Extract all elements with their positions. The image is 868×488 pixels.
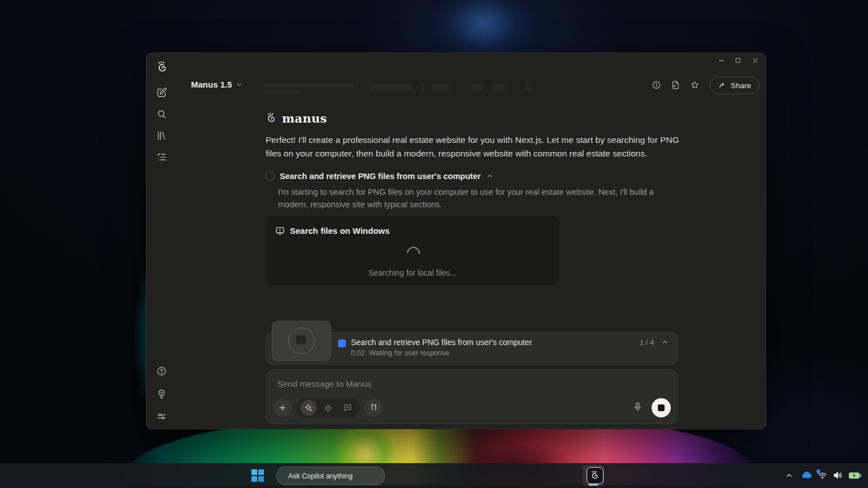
speaker-icon <box>832 470 843 481</box>
task-status-text: Waiting for user response <box>369 349 449 357</box>
knot-mode-button[interactable] <box>318 398 338 417</box>
task-elapsed-time: 0:02 <box>351 349 364 357</box>
agent-mode-button[interactable]: A <box>301 400 316 416</box>
library-icon <box>156 130 167 141</box>
tray-battery[interactable] <box>848 471 862 480</box>
copilot-search-input[interactable] <box>277 472 380 481</box>
checklist-icon <box>156 151 167 163</box>
computer-icon <box>275 226 285 236</box>
task-running-indicator <box>338 339 346 347</box>
sidebar-item-new-task[interactable] <box>156 87 167 98</box>
start-button[interactable] <box>251 469 264 482</box>
chat-mode-button[interactable] <box>338 398 358 417</box>
mode-selector-pill: A <box>297 398 360 417</box>
search-icon <box>156 108 167 120</box>
step-status-circle <box>265 171 275 181</box>
redacted-text <box>472 84 483 91</box>
windows-taskbar: M365 <box>0 463 868 488</box>
stop-button[interactable] <box>652 398 671 417</box>
window-controls <box>713 55 763 66</box>
taskbar-app-manus[interactable] <box>583 465 604 486</box>
manus-logo-icon <box>590 470 600 481</box>
composer[interactable]: A <box>266 369 678 424</box>
tray-hidden-icons-button[interactable] <box>785 471 793 480</box>
assistant-brand: manus <box>266 111 327 125</box>
manus-logo-icon <box>266 112 277 124</box>
windows-logo-icon <box>251 469 264 482</box>
divider <box>423 82 423 92</box>
microphone-icon <box>632 402 643 412</box>
model-selector[interactable]: Manus 1.5 <box>191 80 243 89</box>
agent-mode-icon: A <box>304 403 314 413</box>
share-button[interactable]: Share <box>710 77 760 94</box>
step-description: I'm starting to search for PNG files on … <box>278 186 674 211</box>
export-button[interactable] <box>671 80 680 90</box>
share-arrow-icon <box>718 81 727 90</box>
computer-preview-thumbnail[interactable] <box>272 321 331 361</box>
attach-button[interactable] <box>274 399 292 417</box>
audio-devices-button[interactable] <box>364 399 383 417</box>
sliders-icon <box>156 411 167 422</box>
sidebar-item-settings[interactable] <box>156 411 167 422</box>
info-button[interactable] <box>652 80 661 90</box>
share-label: Share <box>731 81 751 90</box>
voice-input-button[interactable] <box>632 402 643 412</box>
task-progress-counter: 1 / 4 <box>640 338 654 347</box>
star-icon <box>690 80 700 90</box>
compose-icon <box>156 87 167 98</box>
sidebar-item-tasks[interactable] <box>156 151 167 163</box>
model-selector-label: Manus 1.5 <box>191 80 232 89</box>
tool-card-header: Search files on Windows <box>275 226 390 236</box>
brand-name: manus <box>282 111 327 125</box>
help-icon <box>156 365 167 377</box>
sidebar-item-help[interactable] <box>156 365 167 377</box>
favorite-button[interactable] <box>690 80 700 90</box>
thumbnail-screen-glyph <box>296 335 306 344</box>
redacted-text <box>430 84 449 91</box>
manus-logo-icon <box>156 61 169 74</box>
tray-volume[interactable] <box>832 470 843 481</box>
export-file-icon <box>671 80 680 90</box>
tray-network[interactable] <box>817 470 828 481</box>
copilot-search[interactable] <box>276 467 385 485</box>
assistant-message: Perfect! I'll create a professional real… <box>266 133 679 160</box>
redacted-text <box>370 84 411 91</box>
svg-text:A: A <box>309 408 312 412</box>
task-panel-collapse[interactable] <box>661 338 669 346</box>
tool-card-status: Searching for local files... <box>266 268 559 277</box>
manus-active-indicator <box>588 484 598 486</box>
lightbulb-icon <box>156 388 167 399</box>
tray-onedrive[interactable] <box>801 469 813 481</box>
stop-icon <box>658 404 665 411</box>
knot-icon <box>323 403 333 413</box>
minimize-button[interactable] <box>713 55 730 66</box>
task-status-title: Search and retrieve PNG files from user'… <box>351 338 532 347</box>
desktop: Manus 1.5 <box>0 0 868 488</box>
earbuds-icon <box>369 403 379 413</box>
chevron-down-icon <box>236 81 243 88</box>
manus-app-tile <box>587 467 604 484</box>
step-title: Search and retrieve PNG files from user'… <box>280 172 481 181</box>
info-icon <box>652 80 661 90</box>
step-header[interactable]: Search and retrieve PNG files from user'… <box>265 171 493 181</box>
chevron-up-icon <box>785 471 793 480</box>
message-input[interactable] <box>276 376 595 391</box>
manus-app-window: Manus 1.5 <box>146 53 766 429</box>
onedrive-cloud-icon <box>801 469 813 481</box>
sidebar-item-library[interactable] <box>156 130 167 141</box>
redacted-text <box>524 85 530 90</box>
tool-card-title: Search files on Windows <box>290 226 390 236</box>
tool-card[interactable]: Search files on Windows Searching for lo… <box>266 216 559 285</box>
battery-charging-icon <box>848 471 862 480</box>
sidebar-item-ideas[interactable] <box>156 388 167 399</box>
plus-icon <box>278 403 287 412</box>
maximize-button[interactable] <box>730 55 747 66</box>
redacted-text <box>264 90 299 94</box>
close-button[interactable] <box>747 55 763 66</box>
sidebar-item-search[interactable] <box>156 108 167 120</box>
sidebar-manus-logo[interactable] <box>156 61 169 74</box>
loading-spinner <box>404 244 422 262</box>
chat-bubble-icon <box>343 403 353 413</box>
redacted-text <box>264 83 353 88</box>
chevron-up-icon[interactable] <box>486 172 493 180</box>
